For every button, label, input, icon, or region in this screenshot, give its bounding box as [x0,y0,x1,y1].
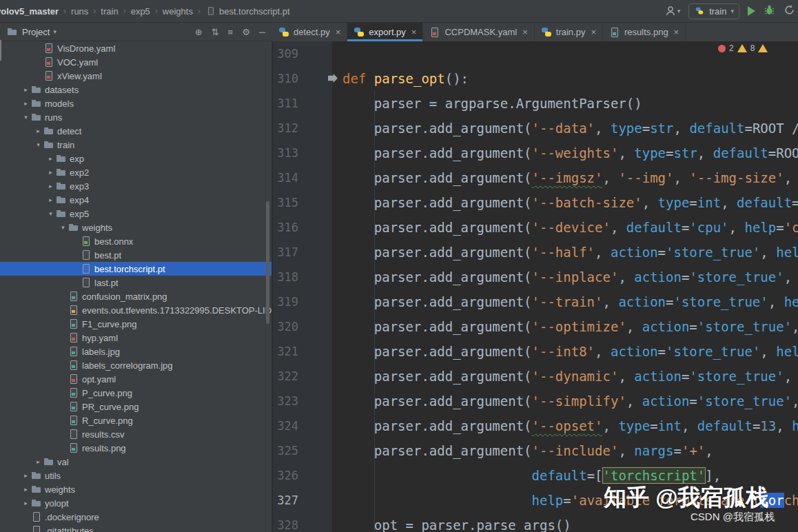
tree-row[interactable]: best.pt [0,248,272,262]
chevron-down-icon[interactable]: ▾ [21,114,31,121]
code-text[interactable]: parser.add_argument('--imgsz', '--img', … [332,165,798,190]
code-text[interactable]: parser.add_argument('--opset', type=int,… [332,413,798,438]
tree-row[interactable]: .gitattributes [0,524,272,532]
tree-row[interactable]: VOC.yaml [0,55,272,69]
close-tab-icon[interactable]: × [591,27,596,37]
code-text[interactable]: parser.add_argument('--data', type=str, … [332,116,798,141]
line-number[interactable]: 309 [273,41,332,66]
project-panel-title[interactable]: Project [22,27,50,37]
tab-results.png[interactable]: results.png× [603,23,686,41]
code-text[interactable]: parser.add_argument('--include', nargs='… [332,438,798,463]
breadcrumb-item[interactable]: best.torchscript.pt [205,6,290,17]
close-tab-icon[interactable]: × [411,27,417,37]
tree-row[interactable]: ▸exp [0,152,272,165]
line-number[interactable]: 319 [273,289,332,314]
line-number[interactable]: 328 [273,513,332,532]
inspections-widget[interactable]: 2 8 [718,43,768,53]
chevron-right-icon[interactable]: ▸ [21,100,31,107]
chevron-right-icon[interactable]: ▸ [45,196,56,203]
tree-row[interactable]: ▸utils [0,469,272,482]
code-text[interactable]: parser.add_argument('--train', action='s… [332,289,798,314]
code-text[interactable]: parser = argparse.ArgumentParser() [332,91,798,116]
rerun-icon[interactable] [784,4,795,19]
code-text[interactable]: parser.add_argument('--dynamic', action=… [332,364,798,389]
settings-gear-icon[interactable]: ⚙ [242,27,250,37]
line-number[interactable]: 325 [273,438,332,463]
line-number[interactable]: 327 [273,488,332,513]
tree-row[interactable]: confusion_matrix.png [0,289,272,303]
code-text[interactable]: parser.add_argument('--int8', action='st… [332,339,798,364]
tree-row[interactable]: ▸weights [0,482,272,496]
close-tab-icon[interactable]: × [674,27,679,37]
tree-row[interactable]: VisDrone.yaml [0,41,272,55]
line-number[interactable]: 310 [273,66,332,91]
line-number[interactable]: 318 [273,265,332,289]
tree-row[interactable]: ▾train [0,138,272,152]
tree-row[interactable]: R_curve.png [0,413,272,427]
code-text[interactable]: parser.add_argument('--device', default=… [332,215,798,240]
code-text[interactable]: parser.add_argument('--inplace', action=… [332,265,798,289]
tree-row[interactable]: results.csv [0,427,272,441]
tree-row[interactable]: hyp.yaml [0,331,272,345]
debug-button[interactable] [764,4,775,19]
tree-row[interactable]: best.torchscript.pt [0,262,272,276]
tree-row[interactable]: P_curve.png [0,386,272,400]
chevron-down-icon[interactable]: ▾ [33,141,43,148]
tab-CCPDMASK.yaml[interactable]: CCPDMASK.yaml× [423,23,534,41]
tree-row[interactable]: ▾weights [0,221,272,234]
tree-row[interactable]: .dockerignore [0,510,272,524]
tree-row[interactable]: results.png [0,441,272,455]
tree-row[interactable]: ▾exp5 [0,207,272,221]
code-text[interactable]: parser.add_argument('--optimize', action… [332,314,798,339]
tree-row[interactable]: ▾runs [0,110,272,124]
tree-row[interactable]: ▸exp2 [0,165,272,179]
code-text[interactable]: parser.add_argument('--batch-size', type… [332,190,798,215]
tree-row[interactable]: last.pt [0,276,272,289]
close-tab-icon[interactable]: × [522,27,528,37]
breadcrumb-item[interactable]: runs [71,6,88,17]
chevron-right-icon[interactable]: ▸ [45,169,56,176]
tab-train.py[interactable]: train.py× [535,23,603,41]
breadcrumb-item[interactable]: weights [163,6,193,17]
tree-row[interactable]: xView.yaml [0,69,272,83]
code-text[interactable]: parser.add_argument('--half', action='st… [332,240,798,265]
user-icon[interactable]: ▾ [665,6,681,17]
hide-panel-icon[interactable]: ─ [259,27,265,37]
chevron-right-icon[interactable]: ▸ [33,458,43,465]
tree-row[interactable]: ▸models [0,96,272,110]
close-tab-icon[interactable]: × [336,27,341,37]
tree-row[interactable]: F1_curve.png [0,317,272,331]
run-configuration-selector[interactable]: train ▾ [688,3,739,19]
tab-export.py[interactable]: export.py× [347,23,423,41]
tree-row[interactable]: ▸datasets [0,83,272,96]
breadcrumb-item[interactable]: yolov5_master [0,6,59,17]
tree-row[interactable]: ▸yolopt [0,496,272,510]
collapse-all-icon[interactable]: ⇅ [212,27,219,37]
breadcrumb-item[interactable]: train [101,6,118,17]
chevron-right-icon[interactable]: ▸ [21,472,31,479]
tree-row[interactable]: best.onnx [0,234,272,248]
code-text[interactable]: parser.add_argument('--weights', type=st… [332,141,798,165]
code-text[interactable]: def parse_opt(): [332,66,798,91]
tree-row[interactable]: ▸exp4 [0,193,272,207]
line-number[interactable]: 323 [273,389,332,413]
chevron-right-icon[interactable]: ▸ [33,127,43,134]
chevron-down-icon[interactable]: ▾ [53,28,57,35]
chevron-right-icon[interactable]: ▸ [45,183,56,190]
tree-scrollbar[interactable] [266,201,269,324]
run-button[interactable] [748,6,755,16]
code-text[interactable]: parser.add_argument('--simplify', action… [332,389,798,413]
line-number[interactable]: 312 [273,116,332,141]
line-number[interactable]: 326 [273,463,332,488]
line-number[interactable]: 316 [273,215,332,240]
line-number[interactable]: 313 [273,141,332,165]
breadcrumb-item[interactable]: exp5 [131,6,150,17]
tree-row[interactable]: ▸exp3 [0,179,272,193]
line-number[interactable]: 311 [273,91,332,116]
tree-row[interactable]: opt.yaml [0,372,272,386]
line-number[interactable]: 315 [273,190,332,215]
tree-row[interactable]: PR_curve.png [0,400,272,413]
tree-row[interactable]: events.out.tfevents.1713322995.DESKTOP-L… [0,303,272,317]
tree-row[interactable]: ▸detect [0,124,272,138]
line-number[interactable]: 324 [273,413,332,438]
